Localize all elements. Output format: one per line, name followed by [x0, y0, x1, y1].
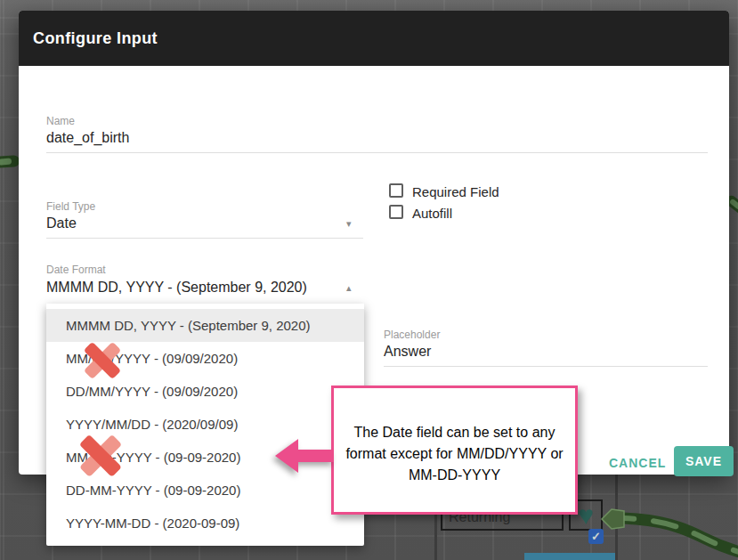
- date-format-label: Date Format: [46, 264, 106, 276]
- placeholder-field-label: Placeholder: [384, 329, 440, 341]
- field-type-select[interactable]: Date: [46, 215, 77, 231]
- field-type-underline: [46, 238, 363, 239]
- chevron-up-icon: ▴: [346, 282, 352, 294]
- date-format-option[interactable]: YYYY/MM/DD - (2020/09/09): [46, 408, 364, 441]
- required-field-checkbox[interactable]: [389, 183, 403, 198]
- background-blue-bar: [524, 553, 615, 560]
- name-field-input[interactable]: date_of_birth: [46, 130, 129, 146]
- date-format-option[interactable]: MM/DD/YYYY - (09/09/2020): [46, 342, 364, 375]
- annotation-arrow-icon: [275, 439, 334, 475]
- name-field-label: Name: [46, 115, 75, 127]
- autofill-checkbox[interactable]: [389, 205, 403, 219]
- background-column-divider: [615, 475, 618, 560]
- modal-header: Configure Input: [19, 11, 729, 66]
- chevron-down-icon: ▾: [346, 218, 352, 230]
- screen: Returning ♥ ✓ Configure Input Name date_…: [0, 0, 738, 560]
- date-format-option[interactable]: YYYY-MM-DD - (2020-09-09): [46, 507, 364, 540]
- date-format-dropdown-list: MMMM DD, YYYY - (September 9, 2020) MM/D…: [46, 304, 364, 546]
- name-field-underline: [46, 152, 708, 153]
- autofill-checkbox-label: Autofill: [412, 206, 452, 221]
- background-checked-checkbox: ✓: [588, 529, 604, 544]
- required-field-checkbox-label: Required Field: [412, 184, 499, 199]
- chart-line-dash: [0, 158, 12, 166]
- modal-title: Configure Input: [33, 29, 158, 48]
- annotation-callout: The Date field can be set to any format …: [331, 386, 578, 515]
- annotation-text: The Date field can be set to any format …: [338, 422, 572, 486]
- placeholder-field-underline: [384, 366, 708, 367]
- placeholder-field-input[interactable]: Answer: [384, 344, 431, 360]
- date-format-option[interactable]: DD-MM-YYYY - (09-09-2020): [46, 474, 364, 507]
- heart-icon: ♥: [578, 502, 594, 529]
- cancel-button[interactable]: CANCEL: [602, 450, 673, 475]
- date-format-select[interactable]: MMMM DD, YYYY - (September 9, 2020): [46, 280, 307, 296]
- date-format-option[interactable]: MMMM DD, YYYY - (September 9, 2020): [46, 309, 364, 342]
- field-type-label: Field Type: [46, 200, 95, 213]
- save-button[interactable]: SAVE: [674, 446, 734, 476]
- date-format-option[interactable]: DD/MM/YYYY - (09/09/2020): [46, 375, 364, 408]
